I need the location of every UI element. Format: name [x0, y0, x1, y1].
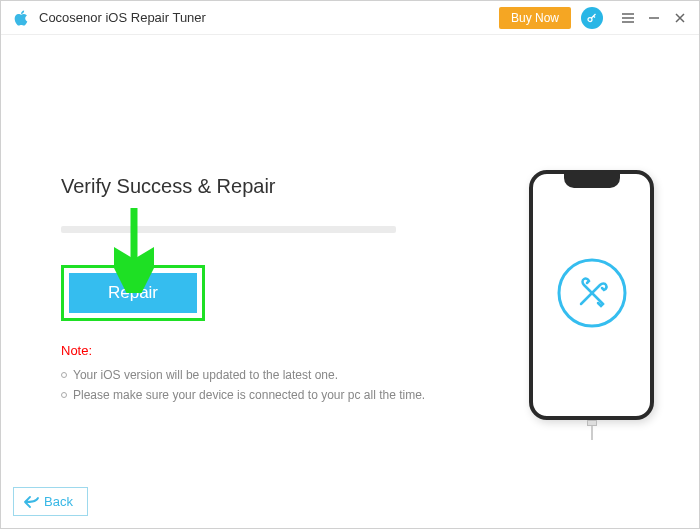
buy-now-button[interactable]: Buy Now [499, 7, 571, 29]
back-arrow-icon [24, 496, 40, 508]
tools-icon [556, 257, 628, 333]
back-label: Back [44, 494, 73, 509]
minimize-button[interactable] [643, 7, 665, 29]
app-logo-icon [11, 8, 31, 28]
note-item: Your iOS version will be updated to the … [61, 368, 431, 382]
note-item: Please make sure your device is connecte… [61, 388, 431, 402]
repair-highlight-box: Repair [61, 265, 205, 321]
cable-icon [587, 420, 597, 440]
register-key-icon[interactable] [581, 7, 603, 29]
phone-illustration [529, 170, 654, 420]
note-label: Note: [61, 343, 431, 358]
close-button[interactable] [669, 7, 691, 29]
app-title: Cocosenor iOS Repair Tuner [39, 10, 206, 25]
note-text: Please make sure your device is connecte… [73, 388, 425, 402]
bullet-icon [61, 392, 67, 398]
note-text: Your iOS version will be updated to the … [73, 368, 338, 382]
bullet-icon [61, 372, 67, 378]
titlebar: Cocosenor iOS Repair Tuner Buy Now [1, 1, 699, 35]
page-heading: Verify Success & Repair [61, 175, 431, 198]
progress-bar [61, 226, 396, 233]
back-button[interactable]: Back [13, 487, 88, 516]
repair-button[interactable]: Repair [69, 273, 197, 313]
menu-icon[interactable] [617, 7, 639, 29]
